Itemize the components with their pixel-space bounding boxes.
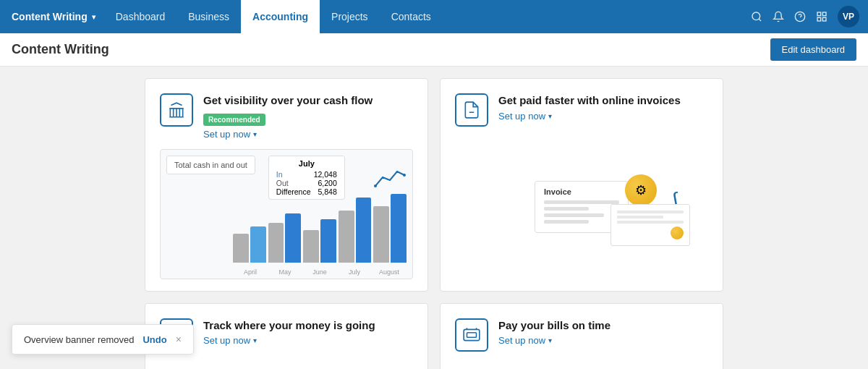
chart-diff-label: Difference xyxy=(276,187,311,196)
svg-point-6 xyxy=(374,184,377,187)
chart-tooltip-main: Total cash in and out xyxy=(166,156,255,174)
bar-july-in xyxy=(356,198,372,263)
bar-august-out xyxy=(373,206,389,263)
nav-contacts[interactable]: Contacts xyxy=(380,0,443,33)
brand-menu[interactable]: Content Writing ▾ xyxy=(9,11,104,22)
search-icon[interactable] xyxy=(751,11,762,22)
svg-point-0 xyxy=(752,12,760,20)
card-header-tracking: Track where your money is going Set up n… xyxy=(160,318,413,352)
bar-group-june xyxy=(303,219,336,263)
brand-chevron: ▾ xyxy=(92,13,95,21)
cash-flow-card: Get visibility over your cash flow Recom… xyxy=(145,78,428,292)
nav-links: Dashboard Business Accounting Projects C… xyxy=(104,0,443,33)
online-invoices-card: Get paid faster with online invoices Set… xyxy=(440,78,723,292)
chart-x-labels: April May June July August xyxy=(233,268,407,276)
cashflow-title: Get visibility over your cash flow Recom… xyxy=(203,93,413,126)
nav-right-actions: VP xyxy=(751,6,859,27)
edit-dashboard-button[interactable]: Edit dashboard xyxy=(770,38,856,61)
x-label-may: May xyxy=(268,268,302,276)
svg-rect-14 xyxy=(467,332,477,337)
bank-icon xyxy=(167,101,186,119)
bar-august-in xyxy=(391,194,407,263)
bar-group-july xyxy=(339,198,372,263)
nav-dashboard[interactable]: Dashboard xyxy=(104,0,177,33)
bar-april-out xyxy=(233,234,249,263)
nav-accounting[interactable]: Accounting xyxy=(241,0,320,33)
svg-rect-2 xyxy=(817,12,821,16)
invoices-title: Get paid faster with online invoices xyxy=(498,93,708,108)
tracking-title: Track where your money is going xyxy=(203,318,413,333)
setup-chevron-2: ▾ xyxy=(548,112,552,120)
bar-may-in xyxy=(285,213,301,263)
x-label-july: July xyxy=(337,268,372,276)
card-title-area-tracking: Track where your money is going Set up n… xyxy=(203,318,413,347)
x-label-august: August xyxy=(372,268,407,276)
invoice-illustration: Invoice ⚙ ∫ xyxy=(455,135,708,279)
svg-rect-13 xyxy=(464,329,480,340)
card-title-area-bills: Pay your bills on time Set up now ▾ xyxy=(498,318,708,347)
user-avatar[interactable]: VP xyxy=(838,6,859,27)
chart-out-value: 6,200 xyxy=(318,179,337,187)
bar-june-out xyxy=(303,230,319,263)
bills-title: Pay your bills on time xyxy=(498,318,708,333)
bar-group-may xyxy=(268,213,302,263)
x-label-june: June xyxy=(302,268,337,276)
chart-in-value: 12,048 xyxy=(314,170,337,179)
setup-chevron: ▾ xyxy=(253,130,257,138)
toast-close-button[interactable]: × xyxy=(176,334,182,345)
setup-chevron-4: ▾ xyxy=(548,336,552,344)
nav-projects[interactable]: Projects xyxy=(320,0,380,33)
svg-rect-5 xyxy=(817,17,821,21)
apps-icon[interactable] xyxy=(816,11,827,22)
toast-message: Overview banner removed xyxy=(24,334,134,345)
svg-rect-4 xyxy=(822,17,826,21)
bills-setup-link[interactable]: Set up now ▾ xyxy=(498,335,552,346)
cashflow-setup-link[interactable]: Set up now ▾ xyxy=(203,129,257,140)
recommended-badge: Recommended xyxy=(203,114,265,126)
chart-in-label: In xyxy=(276,170,283,179)
card-header-cashflow: Get visibility over your cash flow Recom… xyxy=(160,93,413,140)
top-navigation: Content Writing ▾ Dashboard Business Acc… xyxy=(0,0,868,33)
bar-group-august xyxy=(373,194,407,263)
toast-notification: Overview banner removed Undo × xyxy=(12,324,194,355)
bar-may-out xyxy=(268,223,284,263)
coin-decoration: ⚙ xyxy=(625,174,657,206)
tracking-setup-link[interactable]: Set up now ▾ xyxy=(203,335,257,346)
toast-undo-button[interactable]: Undo xyxy=(142,334,166,345)
card-title-area-invoices: Get paid faster with online invoices Set… xyxy=(498,93,708,122)
bank-icon-wrapper xyxy=(160,93,193,127)
chart-diff-value: 5,848 xyxy=(318,187,337,196)
brand-name: Content Writing xyxy=(12,11,88,22)
card-title-area-cashflow: Get visibility over your cash flow Recom… xyxy=(203,93,413,140)
invoice-icon-wrapper xyxy=(455,93,488,127)
page-title: Content Writing xyxy=(12,42,770,57)
bar-july-out xyxy=(339,211,354,263)
small-coin xyxy=(671,226,684,239)
sparkline-decoration xyxy=(372,164,408,193)
svg-point-7 xyxy=(403,174,406,177)
cash-flow-chart: Total cash in and out July In 12,048 Out… xyxy=(160,149,413,279)
invoices-setup-link[interactable]: Set up now ▾ xyxy=(498,111,552,122)
bills-card: Pay your bills on time Set up now ▾ xyxy=(440,303,723,370)
bar-april-in xyxy=(250,226,266,263)
bar-june-in xyxy=(320,219,336,263)
month-tooltip: July In 12,048 Out 6,200 Difference 5,84… xyxy=(268,156,345,200)
sub-header: Content Writing Edit dashboard xyxy=(0,33,868,67)
nav-business[interactable]: Business xyxy=(176,0,241,33)
notifications-icon[interactable] xyxy=(773,11,784,22)
second-invoice-preview xyxy=(610,204,690,246)
chart-out-label: Out xyxy=(276,179,289,187)
bills-icon-wrapper xyxy=(455,318,488,352)
card-header-bills: Pay your bills on time Set up now ▾ xyxy=(455,318,708,352)
bar-group-april xyxy=(233,226,266,263)
card-header-invoices: Get paid faster with online invoices Set… xyxy=(455,93,708,127)
setup-chevron-3: ▾ xyxy=(253,336,257,344)
help-icon[interactable] xyxy=(794,11,806,22)
svg-rect-3 xyxy=(822,12,826,16)
bills-icon xyxy=(462,326,481,344)
invoice-icon xyxy=(462,101,481,119)
x-label-april: April xyxy=(233,268,268,276)
